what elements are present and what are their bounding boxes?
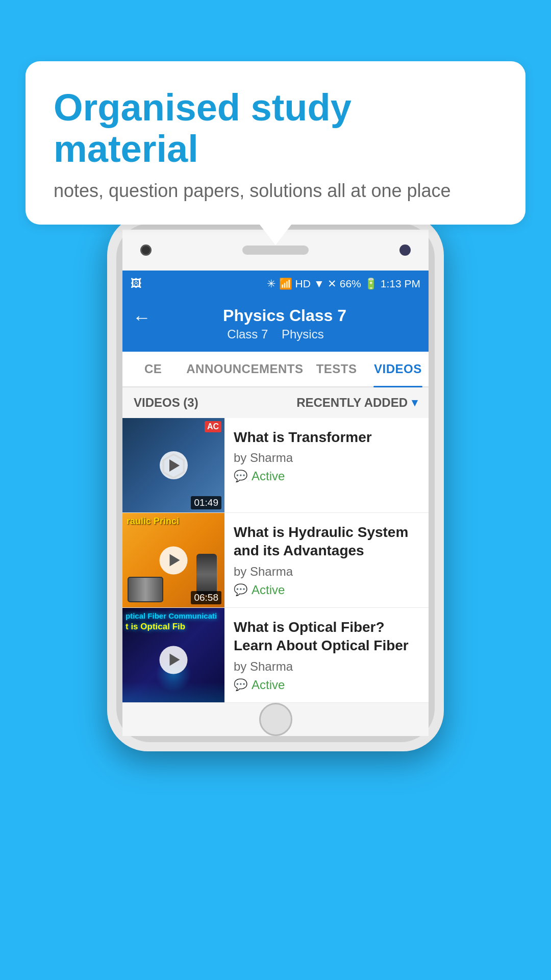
sort-dropdown[interactable]: RECENTLY ADDED ▾	[296, 396, 417, 410]
video-item-transformer[interactable]: AC ⬡ 01:49 What is Transformer by Sharma	[122, 418, 429, 513]
video-info-3: What is Optical Fiber? Learn About Optic…	[224, 608, 429, 702]
status-label-3: Active	[252, 678, 285, 692]
video-status-2: 💬 Active	[234, 583, 419, 597]
tab-bar: CE ANNOUNCEMENTS TESTS VIDEOS	[122, 352, 429, 387]
subject-label: Physics	[282, 327, 324, 341]
optical-fiber-glow	[122, 682, 224, 702]
optical-thumb-text: ptical Fiber Communicatit is Optical Fib	[126, 611, 221, 632]
tab-tests[interactable]: TESTS	[306, 352, 367, 386]
tab-announcements[interactable]: ANNOUNCEMENTS	[184, 352, 306, 386]
video-thumbnail-1: AC ⬡ 01:49	[122, 418, 224, 512]
class-label: Class 7	[227, 327, 268, 341]
chevron-down-icon: ▾	[412, 396, 417, 409]
chat-icon-3: 💬	[234, 678, 247, 692]
video-status-3: 💬 Active	[234, 678, 419, 692]
hd-badge: HD	[295, 278, 311, 290]
phone-speaker	[242, 246, 309, 255]
video-info-2: What is Hydraulic System and its Advanta…	[224, 513, 429, 607]
video-thumbnail-3: ptical Fiber Communicatit is Optical Fib	[122, 608, 224, 702]
video-title-1: What is Transformer	[234, 428, 419, 447]
play-button-1[interactable]	[160, 451, 188, 479]
ac-badge: AC	[205, 421, 221, 432]
video-author-2: by Sharma	[234, 565, 419, 579]
home-button[interactable]	[259, 703, 292, 736]
bubble-subtitle: notes, question papers, solutions all at…	[54, 180, 497, 202]
phone-home-bar	[122, 703, 429, 736]
network-icon: ✕	[328, 278, 337, 290]
wifi-icon: ▼	[314, 278, 324, 290]
sort-label: RECENTLY ADDED	[296, 396, 408, 410]
chat-icon-2: 💬	[234, 583, 247, 597]
app-bar-title: Physics Class 7	[133, 306, 418, 325]
app-bar-subtitle: Class 7 Physics	[133, 327, 418, 341]
play-button-2[interactable]	[160, 546, 188, 574]
phone-screen: 🖼 ✳ 📶 HD ▼ ✕ 66% 🔋 1:13 PM ←	[122, 271, 429, 703]
play-triangle-icon	[169, 459, 180, 472]
status-bar: 🖼 ✳ 📶 HD ▼ ✕ 66% 🔋 1:13 PM	[122, 271, 429, 297]
video-title-3: What is Optical Fiber? Learn About Optic…	[234, 618, 419, 655]
chat-icon-1: 💬	[234, 470, 247, 483]
battery-percent: 66%	[340, 278, 361, 290]
bluetooth-icon: ✳	[267, 278, 276, 290]
video-info-1: What is Transformer by Sharma 💬 Active	[224, 418, 429, 512]
speech-bubble: Organised study material notes, question…	[26, 61, 525, 225]
bubble-title: Organised study material	[54, 87, 497, 170]
video-item-hydraulic[interactable]: raulic Princi 06:58	[122, 513, 429, 608]
speech-bubble-container: Organised study material notes, question…	[26, 61, 525, 225]
phone-mockup: 🖼 ✳ 📶 HD ▼ ✕ 66% 🔋 1:13 PM ←	[107, 214, 444, 751]
phone-inner: 🖼 ✳ 📶 HD ▼ ✕ 66% 🔋 1:13 PM ←	[116, 224, 435, 742]
status-left: 🖼	[131, 277, 142, 290]
play-triangle-icon-3	[169, 654, 180, 666]
time-display: 1:13 PM	[381, 278, 420, 290]
video-author-3: by Sharma	[234, 659, 419, 674]
play-triangle-icon-2	[169, 554, 180, 567]
video-count: VIDEOS (3)	[134, 396, 198, 410]
status-label-2: Active	[252, 583, 285, 597]
phone-outer: 🖼 ✳ 📶 HD ▼ ✕ 66% 🔋 1:13 PM ←	[107, 214, 444, 751]
back-button[interactable]: ←	[133, 308, 151, 327]
status-right: ✳ 📶 HD ▼ ✕ 66% 🔋 1:13 PM	[267, 278, 420, 290]
video-title-2: What is Hydraulic System and its Advanta…	[234, 523, 419, 560]
video-author-1: by Sharma	[234, 451, 419, 465]
hydraulic-thumb-text: raulic Princi	[122, 513, 224, 530]
hydraulic-decoration	[128, 577, 163, 602]
app-bar: ← Physics Class 7 Class 7 Physics	[122, 297, 429, 352]
tab-videos[interactable]: VIDEOS	[367, 352, 429, 386]
hydraulic-cylinder	[196, 554, 217, 595]
battery-icon: 🔋	[364, 278, 378, 290]
phone-camera	[140, 244, 152, 256]
image-icon: 🖼	[131, 277, 142, 290]
tab-ce[interactable]: CE	[122, 352, 184, 386]
signal-bars-icon: 📶	[279, 278, 292, 290]
play-button-3[interactable]	[160, 646, 188, 674]
video-duration-2: 06:58	[191, 591, 221, 604]
video-status-1: 💬 Active	[234, 469, 419, 483]
status-label-1: Active	[252, 469, 285, 483]
phone-sensor	[399, 244, 411, 256]
video-duration-1: 01:49	[191, 496, 221, 509]
video-thumbnail-2: raulic Princi 06:58	[122, 513, 224, 607]
filter-bar: VIDEOS (3) RECENTLY ADDED ▾	[122, 387, 429, 418]
video-item-optical[interactable]: ptical Fiber Communicatit is Optical Fib	[122, 608, 429, 703]
video-list: AC ⬡ 01:49 What is Transformer by Sharma	[122, 418, 429, 703]
